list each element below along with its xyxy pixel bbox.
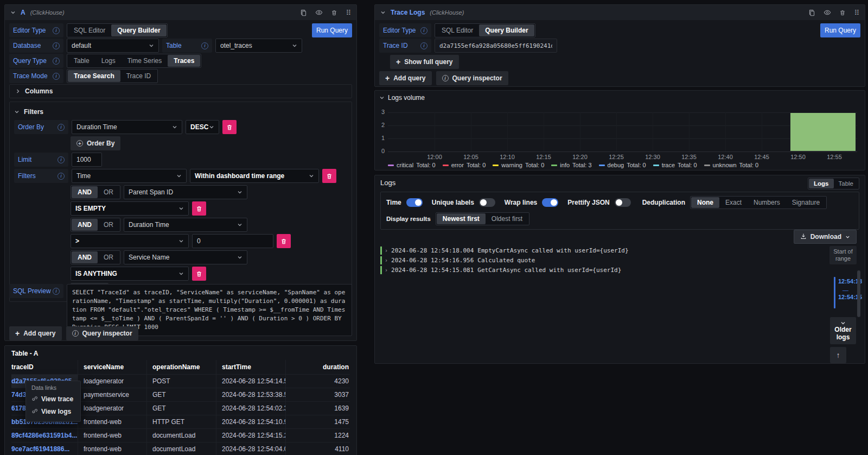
expand-log-chevron-icon[interactable]: › [385, 248, 388, 254]
filters-section-toggle[interactable]: Filters [14, 106, 347, 118]
filter-value-input[interactable] [192, 234, 273, 248]
filter-field-select[interactable]: Parent Span ID [124, 185, 247, 199]
log-scrollbar-thumb[interactable] [857, 270, 860, 317]
collapse-chevron-icon[interactable] [380, 10, 386, 15]
info-icon[interactable]: i [53, 27, 60, 34]
order-by-field-select[interactable]: Duration Time [72, 120, 182, 134]
tab-query-builder[interactable]: Query Builder [479, 24, 534, 36]
info-logs-bar[interactable] [790, 112, 856, 151]
filter-field-select[interactable]: Duration Time [124, 218, 247, 232]
info-icon[interactable]: i [420, 27, 427, 34]
view-table-tab[interactable]: Table [834, 179, 859, 188]
log-range-bar[interactable] [834, 277, 835, 308]
info-icon[interactable]: i [53, 42, 60, 49]
legend-item[interactable]: criticalTotal: 0 [388, 162, 436, 168]
remove-filter-button[interactable] [192, 267, 206, 281]
col-header-traceid[interactable]: traceID [11, 360, 78, 374]
info-icon[interactable]: i [53, 58, 60, 65]
legend-item[interactable]: errorTotal: 0 [443, 162, 486, 168]
info-icon[interactable]: i [58, 156, 65, 163]
trace-id-input[interactable] [435, 39, 557, 53]
col-header-servicename[interactable]: serviceName [78, 360, 146, 374]
run-query-button[interactable]: Run Query [820, 23, 860, 37]
or-option[interactable]: OR [98, 251, 119, 263]
dedup-numbers[interactable]: Numbers [748, 197, 786, 208]
legend-item[interactable]: infoTotal: 3 [551, 162, 591, 168]
legend-item[interactable]: traceTotal: 0 [653, 162, 697, 168]
remove-order-by-button[interactable] [222, 120, 237, 134]
or-option[interactable]: OR [98, 219, 119, 231]
tab-time-series[interactable]: Time Series [122, 55, 168, 67]
prettify-json-toggle[interactable] [615, 198, 631, 207]
download-button[interactable]: Download [794, 230, 857, 244]
filter-operator-select[interactable]: IS ANYTHING [71, 267, 189, 281]
tab-logs[interactable]: Logs [95, 55, 122, 67]
col-header-starttime[interactable]: startTime [216, 360, 285, 374]
tab-sql-editor[interactable]: SQL Editor [68, 24, 111, 36]
dedup-none[interactable]: None [691, 197, 719, 208]
newest-first-option[interactable]: Newest first [437, 213, 486, 224]
query-ref-id[interactable]: Trace Logs [391, 9, 425, 16]
remove-query-trash-icon[interactable] [331, 9, 337, 16]
unique-labels-toggle[interactable] [479, 198, 495, 207]
drag-handle-icon[interactable]: ⠿ [854, 9, 859, 17]
or-option[interactable]: OR [98, 186, 119, 198]
and-option[interactable]: AND [72, 186, 98, 198]
older-logs-button[interactable]: Older logs [830, 317, 856, 344]
time-toggle[interactable] [406, 198, 423, 207]
table-select[interactable]: otel_traces [215, 39, 302, 53]
tab-sql-editor[interactable]: SQL Editor [436, 24, 479, 36]
collapse-chevron-icon[interactable] [10, 10, 16, 15]
dedup-exact[interactable]: Exact [719, 197, 748, 208]
hide-response-eye-icon[interactable] [315, 9, 323, 16]
info-icon[interactable]: i [58, 173, 65, 180]
hide-response-eye-icon[interactable] [824, 9, 831, 16]
wrap-lines-toggle[interactable] [542, 198, 558, 207]
tab-trace-id[interactable]: Trace ID [120, 70, 157, 82]
filter-field-select[interactable]: Service Name [124, 250, 247, 264]
oldest-first-option[interactable]: Oldest first [486, 213, 528, 224]
filter-operator-select[interactable]: > [71, 234, 189, 248]
info-icon[interactable]: i [58, 124, 65, 131]
order-by-direction-select[interactable]: DESC [186, 120, 219, 134]
legend-item[interactable]: debugTotal: 0 [599, 162, 646, 168]
view-trace-link[interactable]: View trace [31, 394, 75, 405]
query-ref-id[interactable]: A [21, 9, 25, 16]
legend-item[interactable]: unknownTotal: 0 [704, 162, 759, 168]
columns-section-toggle[interactable]: Columns [9, 84, 352, 98]
log-row[interactable]: › 2024-06-28 12:54:15.081 GetCartAsync c… [380, 266, 805, 275]
run-query-button[interactable]: Run Query [312, 23, 352, 37]
duplicate-query-icon[interactable] [300, 9, 307, 16]
remove-filter-button[interactable] [277, 234, 291, 248]
scroll-to-top-button[interactable]: ↑ [830, 347, 846, 363]
expand-log-chevron-icon[interactable]: › [385, 257, 388, 263]
query-inspector-button[interactable]: iQuery inspector [66, 326, 138, 340]
logs-volume-header[interactable]: Logs volume [379, 94, 425, 102]
filter-time-operator-select[interactable]: Within dashboard time range [190, 169, 319, 183]
view-logs-tab[interactable]: Logs [809, 179, 833, 188]
database-select[interactable]: default [67, 39, 159, 53]
tab-traces[interactable]: Traces [168, 55, 200, 67]
tab-table[interactable]: Table [68, 55, 95, 67]
col-header-duration[interactable]: duration [285, 360, 350, 374]
show-full-query-button[interactable]: +Show full query [390, 55, 459, 69]
add-order-by-button[interactable]: +Order By [71, 136, 120, 150]
trace-id-link[interactable]: 89cf4286e631591b4... [11, 429, 78, 442]
duplicate-query-icon[interactable] [808, 9, 815, 16]
add-query-button[interactable]: +Add query [9, 326, 62, 340]
expand-log-chevron-icon[interactable]: › [385, 267, 388, 273]
info-icon[interactable]: i [420, 42, 427, 49]
log-row[interactable]: › 2024-06-28 12:54:16.956 Calculated quo… [380, 256, 805, 265]
info-icon[interactable]: i [53, 288, 60, 295]
remove-filter-button[interactable] [192, 201, 206, 216]
col-header-operationname[interactable]: operationName [146, 360, 216, 374]
remove-filter-button[interactable] [322, 169, 336, 183]
filter-operator-select[interactable]: IS EMPTY [71, 201, 189, 216]
query-inspector-button[interactable]: iQuery inspector [436, 71, 508, 85]
log-row[interactable]: › 2024-06-28 12:54:18.004 EmptyCartAsync… [380, 246, 805, 255]
dedup-signature[interactable]: Signature [786, 197, 826, 208]
drag-handle-icon[interactable]: ⠿ [346, 9, 351, 17]
info-icon[interactable]: i [201, 42, 208, 49]
trace-id-link[interactable]: 9ce7acf61941886... [11, 443, 78, 455]
and-option[interactable]: AND [72, 219, 98, 231]
